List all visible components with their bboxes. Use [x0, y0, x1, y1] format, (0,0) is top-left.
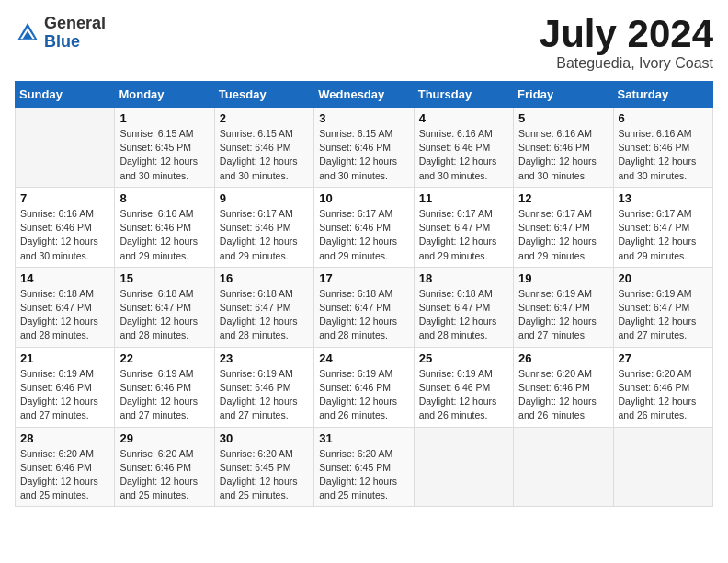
day-number: 28 [20, 431, 109, 445]
day-number: 17 [319, 271, 408, 285]
calendar-cell: 2Sunrise: 6:15 AM Sunset: 6:46 PM Daylig… [214, 108, 313, 188]
day-number: 26 [518, 351, 608, 365]
calendar-cell: 29Sunrise: 6:20 AM Sunset: 6:46 PM Dayli… [115, 427, 214, 507]
day-number: 24 [319, 351, 408, 365]
day-number: 10 [319, 191, 408, 205]
calendar-week-row: 1Sunrise: 6:15 AM Sunset: 6:45 PM Daylig… [16, 108, 713, 188]
day-number: 6 [619, 111, 708, 125]
day-number: 15 [119, 271, 209, 285]
page-header: General Blue July 2024 Bateguedia, Ivory… [15, 15, 713, 72]
calendar-cell: 30Sunrise: 6:20 AM Sunset: 6:45 PM Dayli… [214, 427, 313, 507]
day-number: 20 [619, 271, 708, 285]
day-number: 30 [220, 431, 309, 445]
calendar-cell: 25Sunrise: 6:19 AM Sunset: 6:46 PM Dayli… [414, 347, 513, 427]
day-info: Sunrise: 6:15 AM Sunset: 6:46 PM Dayligh… [319, 127, 408, 183]
weekday-header-row: SundayMondayTuesdayWednesdayThursdayFrid… [16, 82, 713, 108]
calendar-cell: 10Sunrise: 6:17 AM Sunset: 6:46 PM Dayli… [314, 187, 414, 267]
calendar-cell: 20Sunrise: 6:19 AM Sunset: 6:47 PM Dayli… [613, 267, 712, 347]
day-info: Sunrise: 6:16 AM Sunset: 6:46 PM Dayligh… [518, 127, 608, 183]
weekday-header-cell: Tuesday [214, 82, 313, 108]
day-info: Sunrise: 6:15 AM Sunset: 6:45 PM Dayligh… [119, 127, 209, 183]
calendar-cell [16, 108, 115, 188]
day-info: Sunrise: 6:20 AM Sunset: 6:46 PM Dayligh… [518, 367, 608, 423]
day-info: Sunrise: 6:18 AM Sunset: 6:47 PM Dayligh… [319, 287, 408, 343]
calendar-cell: 7Sunrise: 6:16 AM Sunset: 6:46 PM Daylig… [16, 187, 115, 267]
weekday-header-cell: Friday [514, 82, 613, 108]
calendar-cell: 8Sunrise: 6:16 AM Sunset: 6:46 PM Daylig… [115, 187, 214, 267]
calendar-cell: 12Sunrise: 6:17 AM Sunset: 6:47 PM Dayli… [514, 187, 613, 267]
calendar-cell: 4Sunrise: 6:16 AM Sunset: 6:46 PM Daylig… [414, 108, 513, 188]
day-number: 8 [119, 191, 209, 205]
calendar-cell: 6Sunrise: 6:16 AM Sunset: 6:46 PM Daylig… [613, 108, 712, 188]
calendar-cell [613, 427, 712, 507]
day-info: Sunrise: 6:15 AM Sunset: 6:46 PM Dayligh… [220, 127, 309, 183]
weekday-header-cell: Sunday [16, 82, 115, 108]
calendar-cell: 13Sunrise: 6:17 AM Sunset: 6:47 PM Dayli… [613, 187, 712, 267]
calendar-body: 1Sunrise: 6:15 AM Sunset: 6:45 PM Daylig… [16, 108, 713, 507]
day-number: 2 [220, 111, 309, 125]
day-number: 21 [20, 351, 109, 365]
day-info: Sunrise: 6:19 AM Sunset: 6:46 PM Dayligh… [119, 367, 209, 423]
day-number: 19 [518, 271, 608, 285]
day-info: Sunrise: 6:19 AM Sunset: 6:46 PM Dayligh… [20, 367, 109, 423]
calendar-week-row: 28Sunrise: 6:20 AM Sunset: 6:46 PM Dayli… [16, 427, 713, 507]
day-info: Sunrise: 6:16 AM Sunset: 6:46 PM Dayligh… [20, 207, 109, 263]
day-info: Sunrise: 6:20 AM Sunset: 6:46 PM Dayligh… [619, 367, 708, 423]
weekday-header-cell: Saturday [613, 82, 712, 108]
calendar-cell: 19Sunrise: 6:19 AM Sunset: 6:47 PM Dayli… [514, 267, 613, 347]
calendar-header: SundayMondayTuesdayWednesdayThursdayFrid… [16, 82, 713, 108]
day-info: Sunrise: 6:17 AM Sunset: 6:46 PM Dayligh… [220, 207, 309, 263]
weekday-header-cell: Wednesday [314, 82, 414, 108]
day-number: 1 [119, 111, 209, 125]
calendar-cell: 24Sunrise: 6:19 AM Sunset: 6:46 PM Dayli… [314, 347, 414, 427]
day-number: 12 [518, 191, 608, 205]
calendar-week-row: 21Sunrise: 6:19 AM Sunset: 6:46 PM Dayli… [16, 347, 713, 427]
day-number: 9 [220, 191, 309, 205]
day-info: Sunrise: 6:19 AM Sunset: 6:46 PM Dayligh… [319, 367, 408, 423]
day-info: Sunrise: 6:20 AM Sunset: 6:45 PM Dayligh… [319, 447, 408, 503]
weekday-header-cell: Monday [115, 82, 214, 108]
day-info: Sunrise: 6:19 AM Sunset: 6:46 PM Dayligh… [220, 367, 309, 423]
calendar-cell: 15Sunrise: 6:18 AM Sunset: 6:47 PM Dayli… [115, 267, 214, 347]
logo-icon [15, 20, 40, 46]
day-info: Sunrise: 6:20 AM Sunset: 6:46 PM Dayligh… [119, 447, 209, 503]
day-number: 5 [518, 111, 608, 125]
calendar-cell [514, 427, 613, 507]
calendar-cell: 23Sunrise: 6:19 AM Sunset: 6:46 PM Dayli… [214, 347, 313, 427]
day-info: Sunrise: 6:19 AM Sunset: 6:46 PM Dayligh… [419, 367, 508, 423]
day-info: Sunrise: 6:20 AM Sunset: 6:46 PM Dayligh… [20, 447, 109, 503]
logo-general: General [44, 15, 106, 33]
day-info: Sunrise: 6:16 AM Sunset: 6:46 PM Dayligh… [119, 207, 209, 263]
calendar-cell: 22Sunrise: 6:19 AM Sunset: 6:46 PM Dayli… [115, 347, 214, 427]
day-info: Sunrise: 6:18 AM Sunset: 6:47 PM Dayligh… [220, 287, 309, 343]
location: Bateguedia, Ivory Coast [540, 55, 713, 72]
calendar-cell: 11Sunrise: 6:17 AM Sunset: 6:47 PM Dayli… [414, 187, 513, 267]
logo: General Blue [15, 15, 106, 52]
day-number: 27 [619, 351, 708, 365]
day-number: 29 [119, 431, 209, 445]
calendar-cell: 17Sunrise: 6:18 AM Sunset: 6:47 PM Dayli… [314, 267, 414, 347]
day-info: Sunrise: 6:17 AM Sunset: 6:47 PM Dayligh… [619, 207, 708, 263]
calendar-table: SundayMondayTuesdayWednesdayThursdayFrid… [15, 81, 713, 507]
calendar-cell: 26Sunrise: 6:20 AM Sunset: 6:46 PM Dayli… [514, 347, 613, 427]
day-number: 25 [419, 351, 508, 365]
day-info: Sunrise: 6:20 AM Sunset: 6:45 PM Dayligh… [220, 447, 309, 503]
day-info: Sunrise: 6:16 AM Sunset: 6:46 PM Dayligh… [419, 127, 508, 183]
day-info: Sunrise: 6:18 AM Sunset: 6:47 PM Dayligh… [119, 287, 209, 343]
day-info: Sunrise: 6:18 AM Sunset: 6:47 PM Dayligh… [419, 287, 508, 343]
calendar-cell: 9Sunrise: 6:17 AM Sunset: 6:46 PM Daylig… [214, 187, 313, 267]
calendar-cell: 5Sunrise: 6:16 AM Sunset: 6:46 PM Daylig… [514, 108, 613, 188]
day-info: Sunrise: 6:18 AM Sunset: 6:47 PM Dayligh… [20, 287, 109, 343]
logo-text: General Blue [44, 15, 106, 52]
calendar-cell: 31Sunrise: 6:20 AM Sunset: 6:45 PM Dayli… [314, 427, 414, 507]
day-number: 3 [319, 111, 408, 125]
day-number: 11 [419, 191, 508, 205]
day-info: Sunrise: 6:19 AM Sunset: 6:47 PM Dayligh… [518, 287, 608, 343]
day-info: Sunrise: 6:17 AM Sunset: 6:46 PM Dayligh… [319, 207, 408, 263]
day-info: Sunrise: 6:16 AM Sunset: 6:46 PM Dayligh… [619, 127, 708, 183]
calendar-cell: 1Sunrise: 6:15 AM Sunset: 6:45 PM Daylig… [115, 108, 214, 188]
calendar-week-row: 14Sunrise: 6:18 AM Sunset: 6:47 PM Dayli… [16, 267, 713, 347]
day-info: Sunrise: 6:17 AM Sunset: 6:47 PM Dayligh… [419, 207, 508, 263]
day-number: 13 [619, 191, 708, 205]
day-number: 14 [20, 271, 109, 285]
